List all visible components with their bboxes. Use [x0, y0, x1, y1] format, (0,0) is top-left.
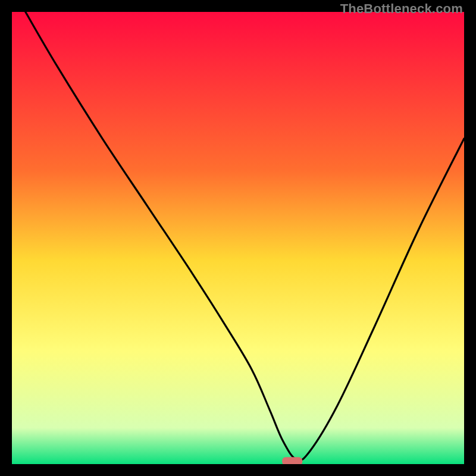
watermark-text: TheBottleneck.com: [340, 1, 463, 17]
minimum-marker: [282, 457, 302, 464]
chart-frame: [12, 12, 464, 464]
chart-svg: [12, 12, 464, 464]
chart-background: [12, 12, 464, 464]
